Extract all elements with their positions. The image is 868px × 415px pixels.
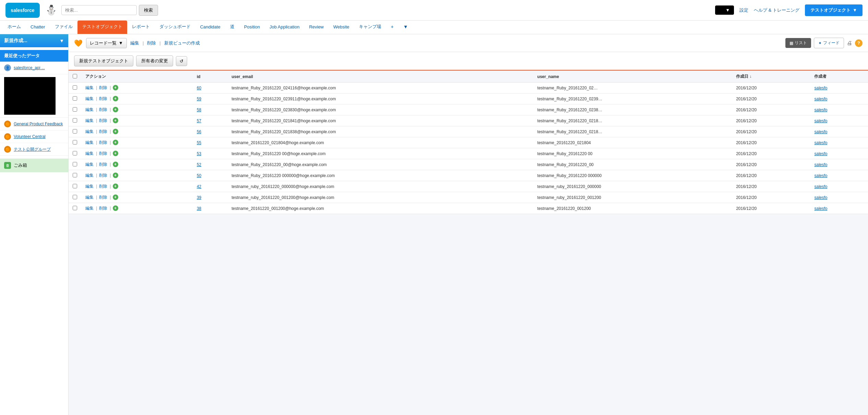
row-checkbox[interactable] — [73, 151, 77, 155]
creator-link[interactable]: salesfo — [814, 108, 827, 112]
nav-item-position[interactable]: Position — [239, 21, 265, 34]
nav-item-more[interactable]: + — [386, 21, 398, 34]
view-select[interactable]: レコード一覧 ▼ — [86, 38, 127, 48]
creator-link[interactable]: salesfo — [814, 162, 827, 167]
nav-item-home[interactable]: ホーム — [3, 21, 26, 34]
nav-item-jobapp[interactable]: Job Application — [265, 21, 304, 34]
delete-link[interactable]: 削除 — [99, 140, 107, 145]
row-checkbox[interactable] — [73, 129, 77, 134]
settings-link[interactable]: 設定 — [739, 7, 748, 13]
edit-link[interactable]: 編集 — [85, 96, 94, 101]
testobj-button[interactable]: テストオブジェクト ▼ — [805, 4, 863, 16]
delete-link[interactable]: 削除 — [99, 118, 107, 123]
nav-item-dropdown[interactable]: ▼ — [398, 21, 413, 34]
creator-link[interactable]: salesfo — [814, 151, 827, 156]
print-button[interactable]: 🖨 — [847, 40, 852, 46]
delete-link[interactable]: 削除 — [99, 162, 107, 167]
add-btn[interactable]: + — [113, 129, 118, 134]
nav-item-chatter[interactable]: Chatter — [26, 21, 50, 34]
search-button[interactable]: 検索 — [139, 5, 158, 16]
row-checkbox[interactable] — [73, 173, 77, 177]
nav-item-files[interactable]: ファイル — [50, 21, 77, 34]
id-link[interactable]: 59 — [197, 97, 201, 101]
feed-button[interactable]: ✦ フィード — [814, 38, 844, 48]
help-link[interactable]: ヘルプ & トレーニング — [754, 7, 799, 13]
id-link[interactable]: 58 — [197, 108, 201, 112]
id-link[interactable]: 53 — [197, 151, 201, 156]
edit-link[interactable]: 編集 — [85, 151, 94, 156]
edit-link[interactable]: 編集 — [85, 129, 94, 134]
edit-link[interactable]: 編集 — [85, 195, 94, 200]
add-btn[interactable]: + — [113, 162, 118, 167]
select-all-checkbox[interactable] — [73, 74, 77, 78]
row-checkbox[interactable] — [73, 96, 77, 101]
delete-link[interactable]: 削除 — [99, 107, 107, 112]
row-checkbox[interactable] — [73, 206, 77, 210]
delete-link[interactable]: 削除 — [99, 151, 107, 156]
row-checkbox[interactable] — [73, 118, 77, 123]
creator-link[interactable]: salesfo — [814, 97, 827, 101]
edit-link[interactable]: 編集 — [85, 118, 94, 123]
row-checkbox[interactable] — [73, 195, 77, 199]
delete-link[interactable]: 削除 — [99, 85, 107, 90]
trash-section[interactable]: 🗑 ごみ箱 — [0, 159, 68, 172]
creator-link[interactable]: salesfo — [814, 195, 827, 200]
refresh-button[interactable]: ↺ — [176, 56, 187, 66]
edit-link[interactable]: 編集 — [85, 162, 94, 167]
row-checkbox[interactable] — [73, 162, 77, 166]
edit-link[interactable]: 編集 — [85, 184, 94, 189]
nav-item-website[interactable]: Website — [328, 21, 354, 34]
edit-view-link[interactable]: 編集 — [130, 40, 139, 46]
row-checkbox[interactable] — [73, 140, 77, 144]
sidebar-item-blackbox[interactable] — [0, 74, 68, 118]
row-checkbox[interactable] — [73, 107, 77, 112]
id-link[interactable]: 57 — [197, 118, 201, 123]
sidebar-item-salesforce-api[interactable]: 👤 salesforce_api ... — [0, 62, 68, 74]
add-btn[interactable]: + — [113, 205, 118, 211]
id-link[interactable]: 52 — [197, 162, 201, 167]
add-btn[interactable]: + — [113, 107, 118, 112]
creator-link[interactable]: salesfo — [814, 86, 827, 90]
col-date[interactable]: 作成日 ↓ — [732, 71, 810, 83]
edit-link[interactable]: 編集 — [85, 173, 94, 178]
edit-link[interactable]: 編集 — [85, 206, 94, 211]
add-btn[interactable]: + — [113, 85, 118, 90]
nav-item-campsite[interactable]: キャンプ場 — [354, 21, 386, 34]
nav-item-review[interactable]: Review — [304, 21, 329, 34]
sidebar-item-general-feedback[interactable]: 🟠 General Product Feedback — [0, 118, 68, 130]
nav-item-michi[interactable]: 道 — [225, 21, 239, 34]
creator-link[interactable]: salesfo — [814, 140, 827, 145]
add-btn[interactable]: + — [113, 118, 118, 123]
creator-link[interactable]: salesfo — [814, 206, 827, 211]
id-link[interactable]: 60 — [197, 86, 201, 90]
add-btn[interactable]: + — [113, 184, 118, 189]
user-button[interactable]: ▼ — [715, 5, 734, 15]
id-link[interactable]: 56 — [197, 129, 201, 134]
list-button[interactable]: ▦ リスト — [785, 38, 811, 48]
delete-link[interactable]: 削除 — [99, 173, 107, 178]
new-create-button[interactable]: 新規作成... ▼ — [0, 34, 68, 47]
id-link[interactable]: 39 — [197, 195, 201, 200]
nav-item-report[interactable]: レポート — [127, 21, 155, 34]
new-view-link[interactable]: 新規ビューの作成 — [164, 40, 200, 46]
sidebar-item-volunteer[interactable]: 🟠 Volunteer Central — [0, 130, 68, 143]
id-link[interactable]: 50 — [197, 173, 201, 178]
creator-link[interactable]: salesfo — [814, 129, 827, 134]
row-checkbox[interactable] — [73, 85, 77, 90]
nav-item-testobj[interactable]: テストオブジェクト — [77, 21, 127, 34]
add-btn[interactable]: + — [113, 194, 118, 200]
help-circle[interactable]: ? — [855, 39, 863, 47]
creator-link[interactable]: salesfo — [814, 184, 827, 189]
edit-link[interactable]: 編集 — [85, 140, 94, 145]
row-checkbox[interactable] — [73, 184, 77, 188]
nav-item-dashboard[interactable]: ダッシュボード — [155, 21, 195, 34]
id-link[interactable]: 38 — [197, 206, 201, 211]
delete-link[interactable]: 削除 — [99, 184, 107, 189]
delete-link[interactable]: 削除 — [99, 96, 107, 101]
change-owner-button[interactable]: 所有者の変更 — [136, 55, 173, 66]
delete-link[interactable]: 削除 — [99, 195, 107, 200]
creator-link[interactable]: salesfo — [814, 173, 827, 178]
delete-view-link[interactable]: 削除 — [147, 40, 156, 46]
delete-link[interactable]: 削除 — [99, 129, 107, 134]
nav-item-candidate[interactable]: Candidate — [195, 21, 225, 34]
